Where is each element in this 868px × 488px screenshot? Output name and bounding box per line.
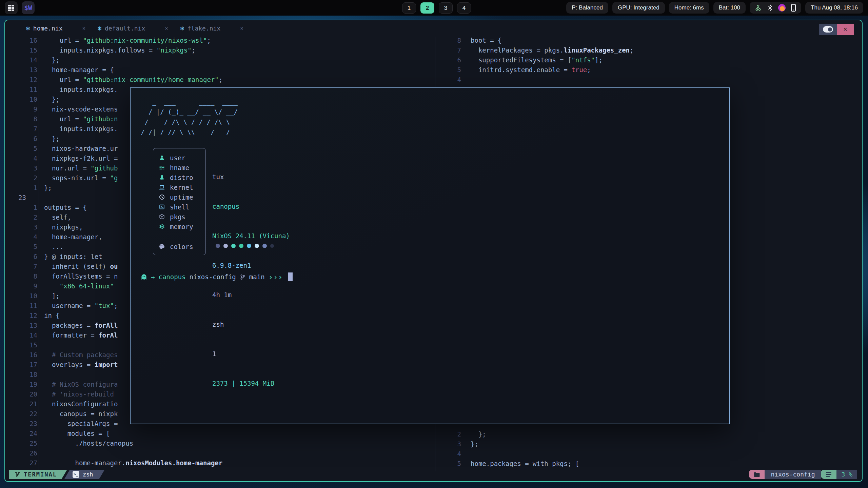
color-dot-1 [223,244,228,248]
fetch-label: user [170,154,185,162]
network-icon[interactable] [754,4,762,12]
line-text: }; [471,439,478,449]
line-text: inputs.nixpkgs. [44,124,118,134]
apps-grid-icon [8,4,15,11]
tab-close-icon[interactable]: × [165,25,168,32]
line-number: 8 [14,271,37,281]
mode-segment: TERMINAL [9,470,67,479]
line-number: 3 [440,439,461,449]
tab-close-icon[interactable]: × [82,25,86,32]
code-line: 8boot = { [440,36,633,45]
window-close-button[interactable]: × [837,24,854,35]
tab-close-icon[interactable]: × [240,25,243,32]
status-pill-0[interactable]: P: Balanced [566,2,608,14]
tab-flake-nix[interactable]: ❄ flake.nix × [180,25,243,32]
prompt-branch: main [249,273,265,281]
line-text: # NixOS configura [44,380,118,389]
code-line: 26 [14,448,222,458]
fetch-label: hname [170,164,189,171]
line-text: outputs = { [44,203,87,212]
bluetooth-icon[interactable] [767,4,773,12]
code-line: 24 modules = [ [14,429,222,439]
workspace-button-3[interactable]: 3 [439,2,453,14]
code-line: 7 kernelPackages = pkgs.linuxPackages_ze… [440,45,633,55]
app-launcher-button[interactable] [5,1,18,14]
line-text: self, [44,212,71,222]
code-line: 16 url = "github:nix-community/nixos-wsl… [14,36,222,45]
line-number: 3 [14,222,37,232]
status-pill-2[interactable]: Home: 6ms [669,2,709,14]
line-number: 23 [14,419,37,429]
media-icon[interactable] [778,4,786,12]
line-number: 15 [14,45,37,55]
line-text: }; [471,429,486,439]
line-text: nur.url = "github [44,163,118,173]
fetch-label: distro [170,174,193,181]
tab-bar: ❄ home.nix × ❄ default.nix × ❄ flake.nix… [5,20,863,36]
line-number: 13 [14,65,37,75]
line-number: 9 [14,104,37,114]
color-dot-4 [247,244,251,248]
line-text: url = "github:n [44,114,118,124]
line-text: }; [44,134,60,144]
line-number: 27 [14,458,37,468]
line-number: 6 [14,252,37,262]
line-number: 5 [14,242,37,252]
folder-segment [749,470,765,479]
shell-prompt[interactable]: → canopus nixos-config main ››› [141,272,293,282]
line-text: }; [44,55,60,65]
line-number: 19 [14,380,37,389]
fetch-label: memory [170,223,193,230]
phone-icon[interactable] [790,4,796,12]
line-number: 4 [440,449,461,459]
memory-icon [159,224,165,229]
distro-icon [159,175,165,180]
line-text: sops-nix.url = "g [44,173,118,183]
line-number: 2 [14,212,37,222]
fetch-value-memory: 2373 | 15394 MiB [212,379,290,388]
status-pill-3[interactable]: Bat: 100 [713,2,746,14]
line-text: forAllSystems = n [44,271,118,281]
workspace-button-1[interactable]: 1 [402,2,416,14]
fetch-label: pkgs [170,213,185,221]
line-number: 13 [14,321,37,330]
line-number: 9 [14,281,37,291]
workspace-button-2[interactable]: 2 [420,2,434,14]
line-number: 11 [14,301,37,311]
tab-label: flake.nix [188,25,221,32]
right-editor-pane-top[interactable]: 8boot = {7 kernelPackages = pkgs.linuxPa… [440,36,633,85]
code-line: 27 home-manager.nixosModules.home-manage… [14,458,222,468]
line-text: formatter = forAl [44,330,118,340]
line-number: 1 [14,203,37,212]
line-number: 5 [440,459,461,469]
line-number: 16 [14,36,37,45]
prompt-arrow-icon: → [151,273,155,281]
code-line: 2 }; [440,429,579,439]
status-pills: P: BalancedGPU: IntegratedHome: 6msBat: … [566,2,746,14]
line-number: 2 [14,173,37,183]
workspace-widget-button[interactable]: $W [22,1,35,14]
right-editor-pane-bottom[interactable]: 2 };3};45home.packages = with pkgs; [ [440,429,579,469]
ghost-icon [141,274,147,280]
terminal-window[interactable]: _ ___ ____ ____ / |/ (_)_ __/ __ \/ __/ … [130,87,730,424]
line-number: 7 [14,124,37,134]
top-bar: $W 1234 P: BalancedGPU: IntegratedHome: … [0,0,868,16]
window-toggle-button[interactable] [819,24,837,35]
code-line: 13 home-manager = { [14,65,222,75]
tab-default-nix[interactable]: ❄ default.nix × [98,25,168,32]
tab-home-nix[interactable]: ❄ home.nix × [26,25,85,32]
workspace-button-4[interactable]: 4 [457,2,471,14]
line-number: 4 [14,232,37,242]
line-number: 14 [14,330,37,340]
fetch-value-uptime: 4h 1m [212,290,290,300]
folder-icon [754,472,760,477]
status-pill-1[interactable]: GPU: Integrated [612,2,665,14]
code-line: 4 [440,449,579,459]
packages-icon [159,214,165,220]
line-number: 1 [14,183,37,193]
clock[interactable]: Thu Aug 08, 18:16 [805,2,863,14]
prompt-chevrons-icon: ››› [269,273,283,281]
statusline: TERMINAL >_ zsh nixos-config 3 % [5,470,862,479]
vim-icon [15,471,20,477]
line-number: 18 [14,370,37,380]
